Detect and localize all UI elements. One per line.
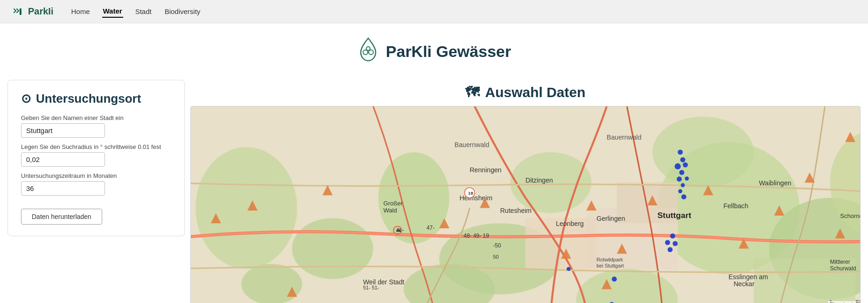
svg-point-2	[363, 50, 368, 55]
page-header: ParKli Gewässer	[0, 23, 868, 76]
svg-point-77	[677, 176, 682, 182]
period-input[interactable]	[21, 181, 105, 196]
svg-point-73	[680, 157, 686, 162]
svg-text:Renningen: Renningen	[469, 166, 501, 174]
svg-text:-50: -50	[493, 242, 501, 249]
svg-text:Ditzingen: Ditzingen	[525, 176, 553, 184]
svg-text:Gerlingen: Gerlingen	[596, 215, 625, 222]
svg-point-78	[685, 176, 689, 181]
svg-rect-1	[20, 8, 21, 15]
logo: ParkIi	[11, 5, 53, 18]
svg-point-20	[652, 117, 754, 188]
location-icon: ⊙	[21, 92, 31, 106]
svg-text:46: 46	[396, 228, 401, 233]
navbar: ParkIi Home Water Stadt Biodiversity	[0, 0, 868, 23]
svg-point-74	[675, 163, 681, 169]
logo-icon	[11, 5, 24, 18]
svg-text:Fellbach: Fellbach	[723, 202, 748, 210]
city-label: Geben Sie den Namen einer Stadt ein	[21, 114, 171, 121]
svg-text:Leonberg: Leonberg	[556, 220, 584, 227]
nav-home[interactable]: Home	[70, 6, 91, 17]
city-input[interactable]	[21, 123, 105, 138]
main-layout: ⊙ Untersuchungsort Geben Sie den Namen e…	[0, 76, 868, 303]
svg-point-89	[567, 267, 571, 271]
sidebar-title: ⊙ Untersuchungsort	[21, 92, 171, 106]
svg-text:Rotwildparkbei Stuttgart: Rotwildparkbei Stuttgart	[596, 257, 624, 268]
map-svg: 46- 47- 48- 49- 19 -50 50 51- 51- 46 Hei…	[191, 106, 860, 303]
svg-text:Bauernwald: Bauernwald	[607, 134, 642, 141]
svg-point-9	[292, 218, 373, 279]
nav-water[interactable]: Water	[102, 5, 123, 18]
svg-point-76	[679, 170, 685, 175]
svg-text:Rutesheim: Rutesheim	[500, 207, 532, 214]
period-label: Untersuchungszeitraum in Monaten	[21, 172, 171, 179]
radius-input[interactable]	[21, 152, 105, 167]
svg-text:48- 49- 19: 48- 49- 19	[463, 233, 489, 239]
map-section-title: 🗺 Auswahl Daten	[190, 80, 861, 106]
map-area: 🗺 Auswahl Daten	[190, 76, 868, 303]
map-container[interactable]: 46- 47- 48- 49- 19 -50 50 51- 51- 46 Hei…	[190, 106, 861, 303]
water-drop-icon	[357, 36, 379, 67]
nav-stadt[interactable]: Stadt	[134, 6, 153, 17]
svg-point-84	[672, 241, 678, 246]
svg-text:50: 50	[493, 254, 498, 260]
radius-label: Legen Sie den Suchradius in ° schrittwei…	[21, 143, 171, 150]
svg-text:Stuttgart: Stuttgart	[658, 211, 692, 220]
svg-point-86	[612, 276, 617, 282]
page-title: ParKli Gewässer	[386, 42, 511, 61]
svg-point-8	[196, 147, 297, 269]
sidebar: ⊙ Untersuchungsort Geben Sie den Namen e…	[7, 80, 185, 236]
svg-point-82	[670, 233, 675, 239]
svg-text:Waiblingen: Waiblingen	[759, 179, 791, 187]
svg-text:Schorndorf: Schorndorf	[840, 212, 860, 219]
svg-point-80	[678, 189, 682, 193]
map-icon: 🗺	[465, 85, 479, 100]
svg-point-79	[681, 183, 685, 187]
logo-text: ParkIi	[28, 6, 53, 17]
svg-point-16	[241, 264, 302, 303]
svg-point-83	[665, 240, 670, 245]
download-button[interactable]: Daten herunterladen	[21, 209, 102, 225]
svg-point-4	[366, 47, 370, 50]
svg-text:Weil der Stadt: Weil der Stadt	[363, 278, 405, 286]
nav-biodiversity[interactable]: Biodiversity	[164, 6, 202, 17]
svg-text:Bauernwald: Bauernwald	[455, 141, 490, 148]
svg-point-75	[683, 162, 688, 168]
svg-point-72	[678, 149, 683, 155]
svg-point-81	[681, 194, 686, 199]
svg-point-10	[378, 152, 449, 244]
svg-point-3	[369, 50, 373, 55]
svg-text:47-: 47-	[427, 225, 434, 231]
svg-point-85	[668, 247, 673, 252]
svg-text:18: 18	[468, 190, 473, 196]
map-attribution: Ebersbach	[828, 301, 856, 303]
svg-text:Heimsheim: Heimsheim	[460, 194, 493, 202]
